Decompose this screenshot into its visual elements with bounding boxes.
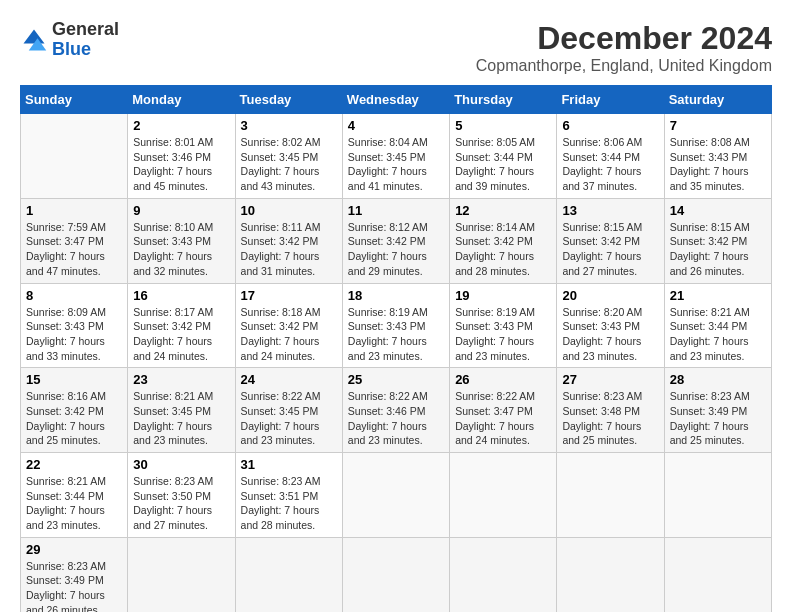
calendar-cell: 24Sunrise: 8:22 AMSunset: 3:45 PMDayligh… bbox=[235, 368, 342, 453]
day-header-wednesday: Wednesday bbox=[342, 86, 449, 114]
location: Copmanthorpe, England, United Kingdom bbox=[476, 57, 772, 75]
calendar-cell: 4Sunrise: 8:04 AMSunset: 3:45 PMDaylight… bbox=[342, 114, 449, 199]
cell-info: Sunrise: 8:10 AMSunset: 3:43 PMDaylight:… bbox=[133, 220, 229, 279]
calendar-cell: 3Sunrise: 8:02 AMSunset: 3:45 PMDaylight… bbox=[235, 114, 342, 199]
day-number: 27 bbox=[562, 372, 658, 387]
calendar-cell bbox=[557, 453, 664, 538]
day-number: 4 bbox=[348, 118, 444, 133]
day-header-sunday: Sunday bbox=[21, 86, 128, 114]
day-number: 16 bbox=[133, 288, 229, 303]
calendar-cell bbox=[342, 537, 449, 612]
calendar-cell: 28Sunrise: 8:23 AMSunset: 3:49 PMDayligh… bbox=[664, 368, 771, 453]
calendar-week-row: 29Sunrise: 8:23 AMSunset: 3:49 PMDayligh… bbox=[21, 537, 772, 612]
calendar-cell: 30Sunrise: 8:23 AMSunset: 3:50 PMDayligh… bbox=[128, 453, 235, 538]
calendar-cell bbox=[664, 453, 771, 538]
calendar-cell bbox=[235, 537, 342, 612]
day-number: 3 bbox=[241, 118, 337, 133]
cell-info: Sunrise: 8:09 AMSunset: 3:43 PMDaylight:… bbox=[26, 305, 122, 364]
calendar-cell: 19Sunrise: 8:19 AMSunset: 3:43 PMDayligh… bbox=[450, 283, 557, 368]
calendar-cell bbox=[664, 537, 771, 612]
calendar-cell: 7Sunrise: 8:08 AMSunset: 3:43 PMDaylight… bbox=[664, 114, 771, 199]
cell-info: Sunrise: 8:11 AMSunset: 3:42 PMDaylight:… bbox=[241, 220, 337, 279]
cell-info: Sunrise: 8:04 AMSunset: 3:45 PMDaylight:… bbox=[348, 135, 444, 194]
calendar-cell: 17Sunrise: 8:18 AMSunset: 3:42 PMDayligh… bbox=[235, 283, 342, 368]
cell-info: Sunrise: 7:59 AMSunset: 3:47 PMDaylight:… bbox=[26, 220, 122, 279]
day-number: 21 bbox=[670, 288, 766, 303]
calendar-cell: 15Sunrise: 8:16 AMSunset: 3:42 PMDayligh… bbox=[21, 368, 128, 453]
cell-info: Sunrise: 8:12 AMSunset: 3:42 PMDaylight:… bbox=[348, 220, 444, 279]
cell-info: Sunrise: 8:23 AMSunset: 3:51 PMDaylight:… bbox=[241, 474, 337, 533]
cell-info: Sunrise: 8:23 AMSunset: 3:49 PMDaylight:… bbox=[26, 559, 122, 612]
day-number: 19 bbox=[455, 288, 551, 303]
day-header-thursday: Thursday bbox=[450, 86, 557, 114]
calendar-cell: 14Sunrise: 8:15 AMSunset: 3:42 PMDayligh… bbox=[664, 198, 771, 283]
month-year: December 2024 bbox=[476, 20, 772, 57]
day-number: 5 bbox=[455, 118, 551, 133]
calendar-cell: 26Sunrise: 8:22 AMSunset: 3:47 PMDayligh… bbox=[450, 368, 557, 453]
cell-info: Sunrise: 8:01 AMSunset: 3:46 PMDaylight:… bbox=[133, 135, 229, 194]
day-number: 2 bbox=[133, 118, 229, 133]
cell-info: Sunrise: 8:19 AMSunset: 3:43 PMDaylight:… bbox=[455, 305, 551, 364]
calendar-week-row: 22Sunrise: 8:21 AMSunset: 3:44 PMDayligh… bbox=[21, 453, 772, 538]
page-header: General Blue December 2024 Copmanthorpe,… bbox=[20, 20, 772, 75]
svg-marker-0 bbox=[24, 29, 45, 43]
calendar-cell: 8Sunrise: 8:09 AMSunset: 3:43 PMDaylight… bbox=[21, 283, 128, 368]
day-number: 23 bbox=[133, 372, 229, 387]
title-block: December 2024 Copmanthorpe, England, Uni… bbox=[476, 20, 772, 75]
calendar-cell bbox=[342, 453, 449, 538]
calendar-table: SundayMondayTuesdayWednesdayThursdayFrid… bbox=[20, 85, 772, 612]
cell-info: Sunrise: 8:05 AMSunset: 3:44 PMDaylight:… bbox=[455, 135, 551, 194]
day-number: 31 bbox=[241, 457, 337, 472]
cell-info: Sunrise: 8:17 AMSunset: 3:42 PMDaylight:… bbox=[133, 305, 229, 364]
calendar-cell bbox=[128, 537, 235, 612]
calendar-cell bbox=[21, 114, 128, 199]
calendar-cell: 18Sunrise: 8:19 AMSunset: 3:43 PMDayligh… bbox=[342, 283, 449, 368]
calendar-cell: 1Sunrise: 7:59 AMSunset: 3:47 PMDaylight… bbox=[21, 198, 128, 283]
calendar-cell: 27Sunrise: 8:23 AMSunset: 3:48 PMDayligh… bbox=[557, 368, 664, 453]
day-number: 24 bbox=[241, 372, 337, 387]
calendar-week-row: 8Sunrise: 8:09 AMSunset: 3:43 PMDaylight… bbox=[21, 283, 772, 368]
day-number: 8 bbox=[26, 288, 122, 303]
day-number: 29 bbox=[26, 542, 122, 557]
day-number: 13 bbox=[562, 203, 658, 218]
cell-info: Sunrise: 8:23 AMSunset: 3:50 PMDaylight:… bbox=[133, 474, 229, 533]
calendar-cell: 5Sunrise: 8:05 AMSunset: 3:44 PMDaylight… bbox=[450, 114, 557, 199]
day-number: 20 bbox=[562, 288, 658, 303]
calendar-cell: 31Sunrise: 8:23 AMSunset: 3:51 PMDayligh… bbox=[235, 453, 342, 538]
calendar-week-row: 1Sunrise: 7:59 AMSunset: 3:47 PMDaylight… bbox=[21, 198, 772, 283]
cell-info: Sunrise: 8:22 AMSunset: 3:45 PMDaylight:… bbox=[241, 389, 337, 448]
cell-info: Sunrise: 8:21 AMSunset: 3:45 PMDaylight:… bbox=[133, 389, 229, 448]
cell-info: Sunrise: 8:21 AMSunset: 3:44 PMDaylight:… bbox=[670, 305, 766, 364]
cell-info: Sunrise: 8:14 AMSunset: 3:42 PMDaylight:… bbox=[455, 220, 551, 279]
day-number: 10 bbox=[241, 203, 337, 218]
day-number: 14 bbox=[670, 203, 766, 218]
cell-info: Sunrise: 8:08 AMSunset: 3:43 PMDaylight:… bbox=[670, 135, 766, 194]
logo-icon bbox=[20, 26, 48, 54]
day-header-monday: Monday bbox=[128, 86, 235, 114]
calendar-cell: 23Sunrise: 8:21 AMSunset: 3:45 PMDayligh… bbox=[128, 368, 235, 453]
cell-info: Sunrise: 8:23 AMSunset: 3:49 PMDaylight:… bbox=[670, 389, 766, 448]
day-number: 22 bbox=[26, 457, 122, 472]
cell-info: Sunrise: 8:23 AMSunset: 3:48 PMDaylight:… bbox=[562, 389, 658, 448]
cell-info: Sunrise: 8:16 AMSunset: 3:42 PMDaylight:… bbox=[26, 389, 122, 448]
day-header-saturday: Saturday bbox=[664, 86, 771, 114]
day-number: 11 bbox=[348, 203, 444, 218]
day-header-friday: Friday bbox=[557, 86, 664, 114]
day-number: 7 bbox=[670, 118, 766, 133]
calendar-cell: 29Sunrise: 8:23 AMSunset: 3:49 PMDayligh… bbox=[21, 537, 128, 612]
calendar-cell: 16Sunrise: 8:17 AMSunset: 3:42 PMDayligh… bbox=[128, 283, 235, 368]
day-number: 6 bbox=[562, 118, 658, 133]
day-number: 28 bbox=[670, 372, 766, 387]
calendar-cell bbox=[557, 537, 664, 612]
calendar-cell: 6Sunrise: 8:06 AMSunset: 3:44 PMDaylight… bbox=[557, 114, 664, 199]
calendar-cell: 13Sunrise: 8:15 AMSunset: 3:42 PMDayligh… bbox=[557, 198, 664, 283]
day-number: 17 bbox=[241, 288, 337, 303]
day-number: 12 bbox=[455, 203, 551, 218]
day-number: 25 bbox=[348, 372, 444, 387]
calendar-cell: 9Sunrise: 8:10 AMSunset: 3:43 PMDaylight… bbox=[128, 198, 235, 283]
cell-info: Sunrise: 8:02 AMSunset: 3:45 PMDaylight:… bbox=[241, 135, 337, 194]
calendar-cell: 22Sunrise: 8:21 AMSunset: 3:44 PMDayligh… bbox=[21, 453, 128, 538]
cell-info: Sunrise: 8:18 AMSunset: 3:42 PMDaylight:… bbox=[241, 305, 337, 364]
cell-info: Sunrise: 8:19 AMSunset: 3:43 PMDaylight:… bbox=[348, 305, 444, 364]
calendar-cell: 11Sunrise: 8:12 AMSunset: 3:42 PMDayligh… bbox=[342, 198, 449, 283]
